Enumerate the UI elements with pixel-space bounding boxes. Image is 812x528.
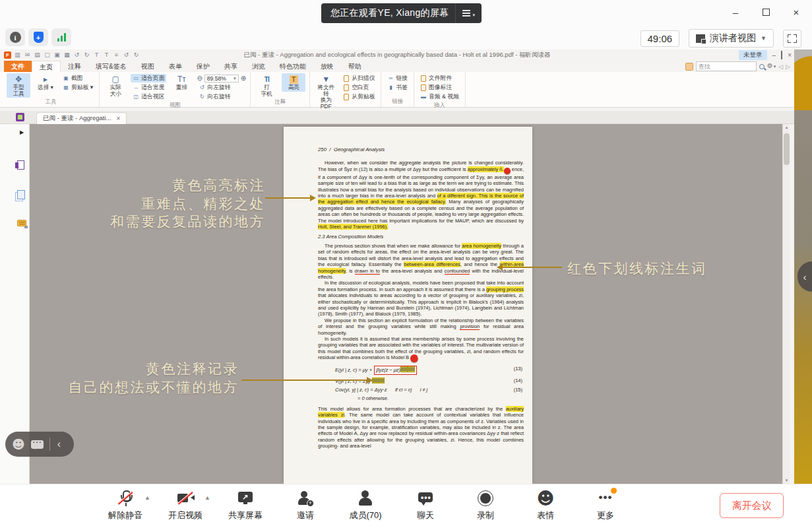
emoji-icon[interactable]: ☻ [12,438,25,451]
ribbon-button-实际大小[interactable]: ▢实际 大小 [104,73,127,98]
ribbon-tab-视图[interactable]: 视图 [134,61,162,72]
ribbon-tab-放映[interactable]: 放映 [313,61,341,72]
banner-menu-button[interactable]: ▾ [455,3,482,23]
leave-meeting-button[interactable]: 离开会议 [720,493,784,518]
clipboard-icon[interactable]: ▦ [63,51,71,59]
pdf-restore-button[interactable] [781,50,782,60]
redo-icon[interactable]: ↻ [133,51,140,59]
close-button[interactable]: × [790,5,803,18]
security-button[interactable]: + [28,28,48,46]
scroll-up-icon[interactable]: ▲ [783,125,790,129]
document-tab[interactable]: 已阅 - 重读 - Aggregati... × [36,112,127,124]
sticky-note-icon[interactable] [400,366,408,372]
ribbon-button-向右旋转[interactable]: ↻向右旋转 [197,92,246,101]
find-previous-icon[interactable]: ◁ [778,63,783,70]
toolbar-record[interactable]: 录制 [471,489,500,521]
ribbon-tab-主页[interactable]: 主页 [32,61,61,72]
find-tool-icon[interactable] [685,63,693,71]
caret-up-icon[interactable]: ▲ [144,494,150,501]
comments-panel-icon[interactable] [17,220,26,226]
find-next-icon[interactable]: ▷ [786,63,790,70]
pdf-app-icon[interactable] [16,113,24,121]
toolbar-mic-muted[interactable]: 解除静音▲ [111,489,140,521]
toolbar-emoji[interactable]: ☻表情 [531,489,560,521]
toolbar-invite[interactable]: +邀请 [291,489,320,521]
toolbar-camera-off[interactable]: 开启视频▲ [171,489,200,521]
ribbon-button-适合宽度[interactable]: ↔适合宽度 [131,83,166,92]
ribbon-tab-表单[interactable]: 表单 [162,61,189,72]
toolbar-more[interactable]: •••更多 [591,489,620,521]
chat-bubble-icon[interactable] [31,440,44,449]
ribbon-button-重排[interactable]: Tт重排 [170,73,193,92]
ribbon-tab-浏览[interactable]: 浏览 [245,61,272,72]
ribbon-tab-共享[interactable]: 共享 [217,61,245,72]
ribbon-button-图像标注[interactable]: 图像标注 [418,83,461,92]
ribbon-button-高亮[interactable]: T高亮 [282,73,305,92]
ribbon-button-向左旋转[interactable]: ↺向左旋转 [197,83,246,92]
snapshot-icon[interactable]: ▣ [53,51,61,59]
zoom-out-icon[interactable]: ⊖ [197,75,202,82]
ribbon-button-将文件转换为PDF[interactable]: ▼将文件转 换为PDF [314,73,338,110]
gear-icon[interactable]: ⚙▾ [767,62,776,71]
ribbon-button-文件附件[interactable]: 文件附件 [418,74,461,82]
sidebar-expand-icon[interactable]: ▶ [20,129,24,135]
vertical-scrollbar[interactable]: ▲ ▼ [782,124,790,484]
reflow-icon[interactable]: ≡ [113,51,120,59]
undo-icon[interactable]: ↺ [123,51,130,59]
comment-question-icon[interactable]: ? [504,168,511,174]
ribbon-button-打字机[interactable]: TI打 字机 [255,73,278,98]
ribbon-button-链接[interactable]: ∞链接 [385,74,410,82]
toolbar-chat[interactable]: •••聊天 [411,489,440,521]
ribbon-button-截图[interactable]: ▣截图 [61,74,95,82]
network-quality-button[interactable] [51,28,71,46]
ribbon-button-音频 & 视频[interactable]: ▬音频 & 视频 [418,92,461,101]
ribbon-tab-保护[interactable]: 保护 [189,61,217,72]
email-icon[interactable]: ✉ [24,51,31,59]
scrollbar-thumb[interactable] [784,133,790,165]
sticky-note-icon[interactable] [408,366,415,372]
zoom-level-select[interactable]: 89.58%▾ [204,75,239,82]
select-icon[interactable]: ▢ [44,51,51,59]
collapse-chevron-icon[interactable]: ‹ [57,438,61,450]
ribbon-tab-特色功能[interactable]: 特色功能 [272,61,313,72]
highlight-icon[interactable]: T [93,51,100,59]
fullscreen-button[interactable] [783,30,801,48]
foxit-logo[interactable]: F [4,51,11,59]
ribbon-button-适合页面[interactable]: ▭适合页面 [131,74,166,82]
pages-panel-icon[interactable] [17,190,25,199]
preview-icon[interactable]: ▤ [34,51,41,59]
ribbon-tab-注释[interactable]: 注释 [61,61,88,72]
search-icon[interactable] [759,64,765,69]
toolbar-members[interactable]: 成员(70) [351,489,380,521]
comment-question-icon[interactable]: ? [410,354,418,362]
typewriter-icon[interactable]: T [103,51,110,59]
ribbon-button-适合视区[interactable]: ◫适合视区 [131,92,166,101]
save-icon[interactable]: ▥ [14,51,21,59]
ribbon-button-从剪贴板[interactable]: 从剪贴板 [341,92,377,101]
ribbon-button-剪贴板[interactable]: ▦剪贴板 ▾ [61,83,95,92]
find-input[interactable] [696,61,757,71]
rotate-right-icon[interactable]: ↻ [83,51,90,59]
ribbon-tab-填写&签名[interactable]: 填写&签名 [88,61,134,72]
pdf-minimize-button[interactable]: – [772,50,776,60]
toolbar-share-screen[interactable]: ↗共享屏幕 [231,489,260,521]
ribbon-button-手型工具[interactable]: ✥手型 工具 [7,73,30,98]
view-mode-button[interactable]: 演讲者视图 ▼ [689,29,774,48]
caret-up-icon[interactable]: ▲ [204,494,210,501]
zoom-in-icon[interactable]: ⊕ [241,75,246,82]
bookmarks-panel-icon[interactable] [17,160,24,170]
ribbon-button-从扫描仪[interactable]: 从扫描仪 [341,74,377,82]
meeting-info-button[interactable]: i [5,28,25,46]
rotate-left-icon[interactable]: ↺ [73,51,80,59]
maximize-button[interactable] [759,5,772,18]
ribbon-button-空白页[interactable]: 空白页 [341,83,377,92]
minimize-button[interactable]: – [729,5,742,18]
pdf-close-button[interactable]: × [788,50,792,60]
tab-close-icon[interactable]: × [116,115,120,122]
login-button[interactable]: 未登录 [739,50,767,60]
ribbon-button-书签[interactable]: ▮书签 [385,83,410,92]
ribbon-tab-文件[interactable]: 文件 [4,61,32,72]
ribbon-tab-帮助[interactable]: 帮助 [341,61,369,72]
scroll-down-icon[interactable]: ▼ [783,478,790,482]
ribbon-button-选择[interactable]: ▸选择 ▾ [34,73,57,92]
